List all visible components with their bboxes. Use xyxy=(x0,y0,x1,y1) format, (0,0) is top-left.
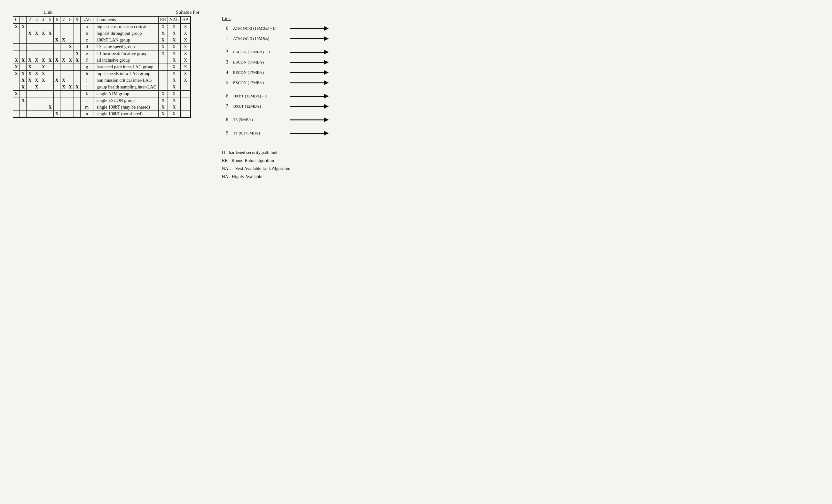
table-header-row: 0 1 2 3 4 5 6 7 8 9 LAG Comments RR NAL xyxy=(13,17,190,23)
cell-row11-link5 xyxy=(47,97,53,104)
cell-row11-link0 xyxy=(13,97,20,104)
arrow-label: ESCON (17MB/s) xyxy=(233,70,287,75)
x-mark: X xyxy=(21,71,25,76)
cell-row10-link3 xyxy=(33,91,40,97)
col-header-ha: HA xyxy=(181,17,190,23)
cell-row6-lag: g xyxy=(81,64,94,71)
cell-row10-link5 xyxy=(47,91,53,97)
x-mark: X xyxy=(35,31,38,36)
cell-row3-link1 xyxy=(20,44,27,51)
cell-row13-link0 xyxy=(13,111,20,117)
cell-row13-comment: single 100bT (not shared) xyxy=(94,111,159,117)
x-mark: X xyxy=(35,78,38,83)
cell-row5-link3: X xyxy=(33,57,40,64)
x-mark: X xyxy=(28,71,31,76)
cell-row0-rr: X xyxy=(158,23,168,30)
col-header-rr: RR xyxy=(158,17,168,23)
x-mark: X xyxy=(28,31,31,36)
cell-row6-link3 xyxy=(33,64,40,71)
col-header-comments: Comments xyxy=(94,17,159,23)
cell-row5-link1: X xyxy=(20,57,27,64)
cell-row6-link7 xyxy=(60,64,67,71)
table-row: XeT1 heartbeat/I'm alive groupXXX xyxy=(13,51,190,57)
x-mark: X xyxy=(49,58,52,63)
cell-row7-rr xyxy=(158,71,168,77)
link-row-6: 6100bT (12MB/s) - H xyxy=(219,92,329,101)
link-row-1: 1ATM OC-3 (19MB/s) xyxy=(219,34,329,43)
cell-row3-nal: X xyxy=(168,44,181,51)
x-mark: X xyxy=(75,85,79,89)
cell-row5-link2: X xyxy=(27,57,33,64)
link-row-8: 8T3 (5MB/s) xyxy=(219,115,329,124)
cell-row1-link9 xyxy=(74,30,81,37)
x-mark: X xyxy=(55,58,58,63)
cell-row0-link7 xyxy=(60,23,67,30)
cell-row1-link5: X xyxy=(47,30,53,37)
cell-row11-comment: single ESCON group xyxy=(94,97,159,104)
cell-row0-link5 xyxy=(47,23,53,30)
link-arrow-area-8: T3 (5MB/s) xyxy=(233,117,329,122)
cell-row0-link6 xyxy=(53,23,60,30)
cell-row10-rr: X xyxy=(158,91,168,97)
cell-row12-ha xyxy=(181,104,190,111)
cell-row10-link2 xyxy=(27,91,33,97)
main-table: 0 1 2 3 4 5 6 7 8 9 LAG Comments RR NAL xyxy=(13,17,190,117)
cell-row2-link9 xyxy=(74,37,81,44)
cell-row8-link4: X xyxy=(40,77,47,84)
x-mark: X xyxy=(15,91,18,96)
x-mark: X xyxy=(75,58,79,63)
cell-row4-ha: X xyxy=(181,51,190,57)
cell-row12-nal: X xyxy=(168,104,181,111)
cell-row9-comment: group health sampling inter-LAG xyxy=(94,84,159,91)
cell-row3-link3 xyxy=(33,44,40,51)
arrow-shaft xyxy=(290,82,329,83)
link-diagram: 0ATM OC-3 (19MB/s) - H1ATM OC-3 (19MB/s)… xyxy=(219,24,329,139)
x-mark: X xyxy=(15,24,18,29)
link-row-0: 0ATM OC-3 (19MB/s) - H xyxy=(219,24,329,33)
link-number-3: 3 xyxy=(219,60,228,65)
cell-row2-link3 xyxy=(33,37,40,44)
link-title-label: Link xyxy=(13,9,83,15)
x-mark: X xyxy=(69,45,72,49)
arrow-line: 100bT (12MB/s) - H xyxy=(233,93,329,99)
cell-row3-link9 xyxy=(74,44,81,51)
cell-row11-link9 xyxy=(74,97,81,104)
cell-row5-link9: X xyxy=(74,57,81,64)
x-mark: X xyxy=(28,64,31,69)
cell-row1-link2: X xyxy=(27,30,33,37)
cell-row4-lag: e xyxy=(81,51,94,57)
cell-row1-link7 xyxy=(60,30,67,37)
arrow-line: ESCON (17MB/s) xyxy=(233,70,329,75)
x-mark: X xyxy=(42,71,45,76)
col-header-4: 4 xyxy=(40,17,47,23)
link-row-2: 2ESCON (17MB/s) - H xyxy=(219,48,329,57)
cell-row5-rr xyxy=(158,57,168,64)
cell-row0-link3 xyxy=(33,23,40,30)
arrow-shaft xyxy=(290,52,329,53)
table-row: XXahighest cost mission criticalXXX xyxy=(13,23,190,30)
cell-row4-rr: X xyxy=(158,51,168,57)
link-row-5: 5ESCON (17MB/s) xyxy=(219,78,329,87)
arrow-line: 100bT (12MB/s) xyxy=(233,104,329,109)
cell-row9-link4 xyxy=(40,84,47,91)
arrow-shaft xyxy=(290,119,329,120)
col-header-0: 0 xyxy=(13,17,20,23)
x-mark: X xyxy=(62,38,65,43)
x-mark: X xyxy=(21,98,25,103)
cell-row7-link7 xyxy=(60,71,67,77)
cell-row11-link1: X xyxy=(20,97,27,104)
cell-row3-link7 xyxy=(60,44,67,51)
cell-row2-link8 xyxy=(67,37,74,44)
arrow-label: T3 (5MB/s) xyxy=(233,117,287,122)
cell-row13-link6: X xyxy=(53,111,60,117)
cell-row2-comment: 100bT LAN group xyxy=(94,37,159,44)
cell-row2-rr: X xyxy=(158,37,168,44)
table-section: Link Suitable For 0 1 2 3 4 5 6 7 8 xyxy=(13,9,200,119)
cell-row12-link2 xyxy=(27,104,33,111)
cell-row0-link8 xyxy=(67,23,74,30)
cell-row4-link2 xyxy=(27,51,33,57)
cell-row9-lag: j xyxy=(81,84,94,91)
cell-row3-link2 xyxy=(27,44,33,51)
cell-row6-nal: X xyxy=(168,64,181,71)
link-number-9: 9 xyxy=(219,131,228,136)
